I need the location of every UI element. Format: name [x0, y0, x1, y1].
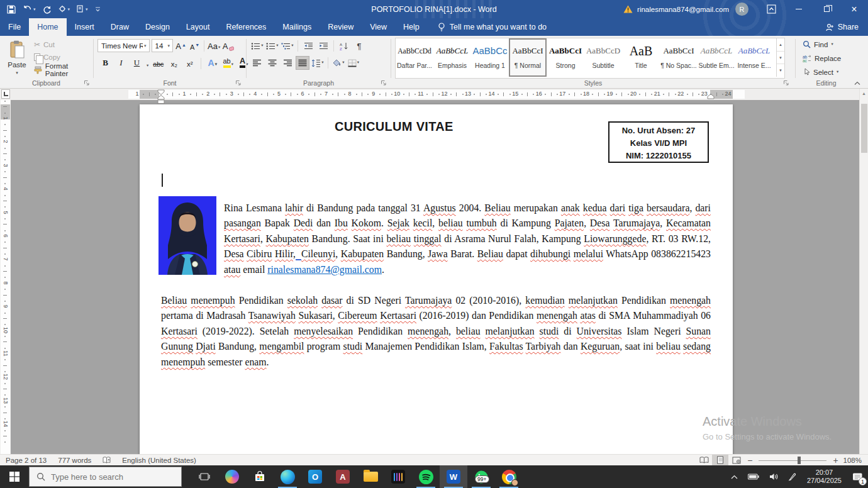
h-ruler-band[interactable]: 1123456789101112131415161718192021222324	[128, 90, 745, 99]
edge-button[interactable]	[274, 465, 301, 488]
ribbon-display-options-icon[interactable]	[757, 0, 785, 18]
clear-formatting-button[interactable]: A	[222, 39, 234, 52]
cut-button[interactable]: ✂ Cut	[34, 40, 92, 50]
replace-button[interactable]: abac Replace	[803, 53, 841, 64]
copy-button[interactable]: Copy	[34, 52, 92, 62]
font-name-combo[interactable]: ▾	[97, 39, 150, 52]
zoom-slider[interactable]	[759, 455, 826, 466]
touch-mode-caret-icon[interactable]: ▾	[68, 7, 70, 12]
shrink-font-button[interactable]: A▼	[189, 39, 201, 52]
styles-gallery-more-icon[interactable]: ▼	[777, 64, 784, 77]
bold-button[interactable]: B	[99, 56, 111, 69]
grow-font-button[interactable]: A▲	[175, 39, 187, 52]
decrease-indent-button[interactable]	[302, 40, 314, 52]
style-item-subtle-em-[interactable]: AaBbCcLSubtle Em...	[698, 38, 735, 77]
access-button[interactable]: A	[329, 465, 357, 488]
font-name-input[interactable]	[101, 42, 143, 50]
zoom-level[interactable]: 108%	[841, 457, 868, 464]
numbering-button[interactable]: ▾	[266, 40, 279, 52]
show-hide-marks-button[interactable]: ¶	[353, 40, 365, 52]
touch-mouse-mode-icon[interactable]: ▾	[58, 5, 70, 13]
undo-caret-icon[interactable]: ▾	[33, 7, 36, 12]
task-view-button[interactable]	[191, 465, 218, 488]
close-button[interactable]: ×	[840, 0, 868, 18]
font-dialog-launcher-icon[interactable]	[235, 80, 242, 86]
taskbar-search[interactable]	[29, 467, 182, 487]
avatar[interactable]: R	[735, 3, 748, 16]
align-left-button[interactable]	[251, 57, 264, 69]
style-item-daftar-par-[interactable]: AaBbCcDdDaftar Par...	[396, 38, 433, 77]
underline-caret-icon[interactable]: ▾	[147, 63, 148, 68]
customize-qat-icon[interactable]: ▾	[77, 5, 88, 13]
zoom-in-icon[interactable]: +	[830, 455, 840, 465]
search-input[interactable]	[51, 472, 164, 482]
multilevel-list-button[interactable]: ▾	[281, 40, 294, 52]
spotify-button[interactable]	[412, 465, 440, 488]
vertical-scrollbar[interactable]: ▲	[859, 89, 868, 454]
photos-app-button[interactable]	[384, 465, 412, 488]
italic-button[interactable]: I	[115, 56, 127, 69]
style-item-intense-e-[interactable]: AaBbCcLIntense E...	[735, 38, 773, 77]
print-layout-button[interactable]	[712, 455, 728, 466]
word-count[interactable]: 777 words	[52, 455, 97, 466]
align-center-button[interactable]	[266, 57, 279, 69]
font-size-combo[interactable]: ▾	[152, 39, 174, 52]
zoom-out-icon[interactable]: −	[745, 455, 755, 465]
increase-indent-button[interactable]	[317, 40, 330, 52]
tab-home[interactable]: Home	[29, 18, 66, 36]
tab-file[interactable]: File	[0, 18, 29, 36]
language-indicator[interactable]: English (United States)	[116, 455, 202, 466]
email-link[interactable]: rinalesmana874@gmail.com	[267, 264, 382, 275]
action-center-button[interactable]: 1	[847, 465, 868, 488]
qat-more-icon[interactable]	[95, 6, 101, 12]
start-button[interactable]	[0, 465, 29, 488]
tab-review[interactable]: Review	[320, 18, 362, 36]
justify-button[interactable]	[296, 57, 309, 69]
windows-ink-icon[interactable]	[783, 465, 801, 488]
proofing-status-icon[interactable]	[97, 455, 116, 466]
zoom-slider-thumb[interactable]	[798, 457, 801, 464]
qat-caret-icon[interactable]: ▾	[86, 7, 88, 12]
battery-icon[interactable]	[743, 465, 764, 488]
style-item-emphasis[interactable]: AaBbCcLEmphasis	[433, 38, 471, 77]
read-mode-button[interactable]	[696, 455, 712, 466]
highlight-button[interactable]: ab▾	[222, 56, 234, 69]
save-icon[interactable]	[7, 5, 16, 14]
undo-icon[interactable]: ▾	[23, 5, 36, 13]
file-explorer-button[interactable]	[357, 465, 384, 488]
tab-layout[interactable]: Layout	[178, 18, 218, 36]
underline-button[interactable]: U	[131, 56, 143, 69]
shading-button[interactable]: ▾	[332, 57, 345, 69]
clipboard-dialog-launcher-icon[interactable]	[84, 80, 90, 86]
style-item--no-spac-[interactable]: AaBbCcI¶ No Spac...	[660, 38, 698, 77]
superscript-button[interactable]: x²	[184, 56, 196, 69]
v-ruler-band[interactable]: 1234567891011121314	[1, 100, 10, 454]
document-content[interactable]: Rina Lesmana lahir di Bandung pada tangg…	[161, 201, 711, 370]
share-button[interactable]: Share	[826, 18, 868, 36]
paste-button[interactable]: Paste ▾	[3, 37, 31, 79]
page-indicator[interactable]: Page 2 of 13	[0, 455, 52, 466]
styles-scroll-down-icon[interactable]: ▼	[777, 52, 784, 65]
scroll-up-icon[interactable]: ▲	[860, 89, 868, 98]
style-item-heading-1[interactable]: AaBbCcHeading 1	[471, 38, 509, 77]
styles-dialog-launcher-icon[interactable]	[783, 80, 789, 86]
style-item--normal[interactable]: AaBbCcI¶ Normal	[509, 38, 547, 77]
document-page[interactable]: CURICULUM VITAE No. Urut Absen: 27 Kelas…	[140, 104, 733, 454]
scrollbar-thumb[interactable]	[861, 104, 867, 153]
tab-draw[interactable]: Draw	[103, 18, 137, 36]
tab-help[interactable]: Help	[395, 18, 428, 36]
web-layout-button[interactable]	[728, 455, 745, 466]
font-name-caret-icon[interactable]: ▾	[143, 43, 148, 48]
sync-warning-icon[interactable]	[623, 5, 633, 13]
style-item-strong[interactable]: AaBbCcIStrong	[547, 38, 584, 77]
style-item-title[interactable]: AaBTitle	[622, 38, 660, 77]
indent-markers[interactable]	[157, 89, 165, 104]
store-button[interactable]	[246, 465, 274, 488]
copilot-button[interactable]	[218, 465, 246, 488]
tab-design[interactable]: Design	[137, 18, 178, 36]
change-case-button[interactable]: Aa▾	[208, 39, 220, 52]
word-button[interactable]: W	[440, 465, 467, 488]
paragraph-dialog-launcher-icon[interactable]	[381, 80, 387, 86]
restore-button[interactable]	[813, 0, 840, 18]
find-button[interactable]: Find ▾	[803, 39, 841, 50]
